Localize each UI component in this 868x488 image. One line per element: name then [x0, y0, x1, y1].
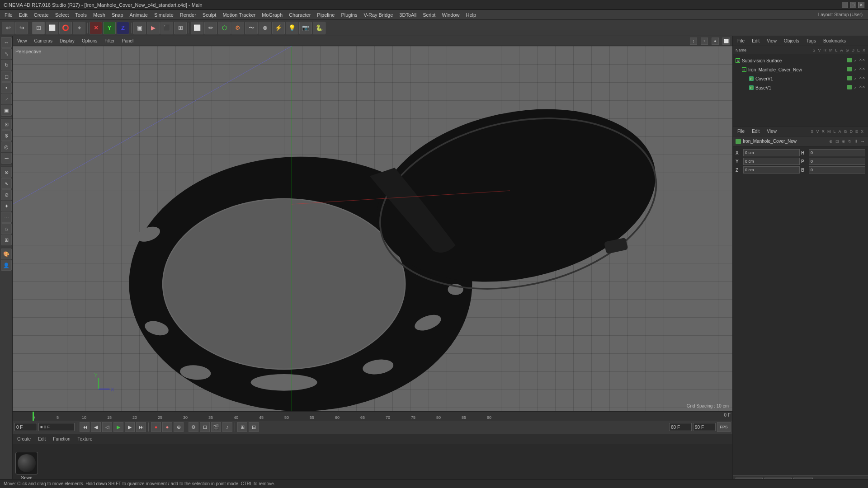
cp-tab-file[interactable]: File [736, 128, 746, 135]
viewport-menu-display[interactable]: Display [58, 38, 76, 43]
menu-snap[interactable]: Snap [109, 11, 126, 19]
menu-mograph[interactable]: MoGraph [259, 11, 285, 19]
render-region-button[interactable]: ⬛ [160, 22, 173, 34]
object-btn-6[interactable]: ⊗ [259, 22, 271, 34]
left-btn-12[interactable]: ⊗ [1, 167, 12, 178]
menu-3dtoall[interactable]: 3DToAll [396, 11, 419, 19]
timeline-btn-2[interactable]: ⊡ [200, 422, 210, 432]
python-button[interactable]: 🐍 [313, 22, 326, 34]
om-tab-view[interactable]: View [765, 38, 778, 44]
light-button[interactable]: 💡 [286, 22, 298, 34]
menu-animate[interactable]: Animate [127, 11, 151, 19]
left-btn-13[interactable]: ∿ [1, 178, 12, 189]
size-z-input[interactable] [809, 166, 865, 174]
menu-window[interactable]: Window [439, 11, 462, 19]
mp-tab-create[interactable]: Create [15, 436, 33, 442]
object-manager-content[interactable]: S Subdivision Surface ✓ ✕✕ ○ Iron_Manhol… [733, 54, 868, 126]
x-axis-button[interactable]: ✕ [90, 22, 102, 34]
viewport-icon-maximize[interactable]: ⬜ [722, 38, 730, 45]
obj-icon-6[interactable]: ⊸ [860, 139, 865, 144]
om-row-manhole[interactable]: ○ Iron_Manhole_Cover_New ✓ ✕✕ [735, 65, 866, 74]
om-tab-file[interactable]: File [736, 38, 746, 44]
obj-icon-5[interactable]: ⬇ [854, 139, 859, 144]
minimize-button[interactable]: _ [842, 2, 848, 8]
close-button[interactable]: ✕ [858, 2, 864, 8]
menu-mesh[interactable]: Mesh [90, 11, 108, 19]
menu-pipeline[interactable]: Pipeline [314, 11, 337, 19]
menu-vray[interactable]: V-Ray Bridge [361, 11, 396, 19]
go-to-start-button[interactable]: ⏮ [80, 422, 90, 432]
om-vis-1[interactable]: ✓ [853, 67, 858, 72]
object-btn-7[interactable]: ⚡ [272, 22, 285, 34]
menu-file[interactable]: File [2, 11, 15, 19]
render-button[interactable]: ▶ [147, 22, 160, 34]
cp-tab-edit[interactable]: Edit [750, 128, 761, 135]
pencil-button[interactable]: ✏ [204, 22, 217, 34]
menu-tools[interactable]: Tools [72, 11, 90, 19]
obj-icon-1[interactable]: ⊕ [828, 139, 834, 144]
undo-button[interactable]: ↩ [2, 22, 14, 34]
cp-tab-view[interactable]: View [765, 128, 778, 135]
mp-tab-texture[interactable]: Texture [76, 436, 94, 442]
size-y-input[interactable] [809, 158, 865, 165]
left-btn-19[interactable]: 🎨 [1, 249, 12, 259]
viewport-icon-plus[interactable]: + [701, 38, 708, 45]
menu-edit[interactable]: Edit [16, 11, 30, 19]
redo-button[interactable]: ↪ [15, 22, 28, 34]
mp-tab-edit[interactable]: Edit [36, 436, 47, 442]
viewport-canvas[interactable]: Y X Perspective Grid Spacing : 10 cm [13, 46, 732, 411]
menu-simulate[interactable]: Simulate [151, 11, 176, 19]
record-button[interactable]: ● [151, 422, 161, 432]
menu-help[interactable]: Help [463, 11, 479, 19]
freehand-select-button[interactable]: ⌖ [73, 22, 85, 34]
left-btn-9[interactable]: $ [1, 130, 12, 141]
object-btn-4[interactable]: ⚙ [231, 22, 244, 34]
y-axis-button[interactable]: Y [103, 22, 116, 34]
timeline-btn-5[interactable]: ⊞ [237, 422, 247, 432]
menu-plugins[interactable]: Plugins [338, 11, 360, 19]
go-to-end-button[interactable]: ⏭ [136, 422, 146, 432]
mp-tab-function[interactable]: Function [51, 436, 72, 442]
rotate-tool-button[interactable]: ↻ [1, 60, 12, 70]
obj-icon-3[interactable]: ⊗ [841, 139, 846, 144]
play-reverse-button[interactable]: ◁ [102, 422, 112, 432]
viewport-menu-filter[interactable]: Filter [103, 38, 116, 43]
left-btn-20[interactable]: 👤 [1, 260, 12, 271]
viewport-menu-options[interactable]: Options [80, 38, 99, 43]
left-btn-17[interactable]: ⌂ [1, 223, 12, 234]
camera-button[interactable]: 📷 [299, 22, 312, 34]
viewport-menu-view[interactable]: View [15, 38, 29, 43]
om-tab-objects[interactable]: Objects [782, 38, 801, 44]
cube-button[interactable]: ⬜ [191, 22, 203, 34]
object-btn-3[interactable]: ⬡ [218, 22, 231, 34]
z-axis-button[interactable]: Z [117, 22, 129, 34]
size-x-input[interactable] [809, 149, 865, 156]
om-row-coverv1[interactable]: P CoverV1 ✓ ✕✕ [735, 74, 866, 83]
om-tab-edit[interactable]: Edit [750, 38, 761, 44]
viewport-menu-panel[interactable]: Panel [120, 38, 136, 43]
obj-icon-2[interactable]: ⊡ [835, 139, 840, 144]
maximize-button[interactable]: □ [850, 2, 856, 8]
om-tab-bookmarks[interactable]: Bookmarks [821, 38, 848, 44]
rect-select-button[interactable]: ⬜ [46, 22, 58, 34]
scale-tool-button[interactable]: ⤡ [1, 48, 12, 59]
timeline-btn-3[interactable]: 🎬 [211, 422, 221, 432]
window-controls[interactable]: _ □ ✕ [842, 2, 864, 8]
timeline-btn-4[interactable]: ♪ [222, 422, 232, 432]
timeline-btn-6[interactable]: ⊟ [249, 422, 259, 432]
menu-render[interactable]: Render [177, 11, 199, 19]
om-tag-0[interactable]: ✕✕ [859, 58, 865, 63]
menu-script[interactable]: Script [420, 11, 438, 19]
playhead[interactable] [33, 412, 34, 421]
om-row-subdivision[interactable]: S Subdivision Surface ✓ ✕✕ [735, 56, 866, 65]
polygon-mode-button[interactable]: ▣ [1, 105, 12, 116]
om-vis-0[interactable]: ✓ [853, 58, 858, 63]
current-frame-input[interactable] [14, 423, 37, 431]
left-btn-8[interactable]: ⊡ [1, 119, 12, 130]
viewport-menu-cameras[interactable]: Cameras [33, 38, 55, 43]
om-tab-tags[interactable]: Tags [805, 38, 818, 44]
left-btn-16[interactable]: ⋯ [1, 212, 12, 223]
menu-sculpt[interactable]: Sculpt [200, 11, 219, 19]
menu-select[interactable]: Select [52, 11, 72, 19]
render-all-button[interactable]: ⊞ [174, 22, 187, 34]
